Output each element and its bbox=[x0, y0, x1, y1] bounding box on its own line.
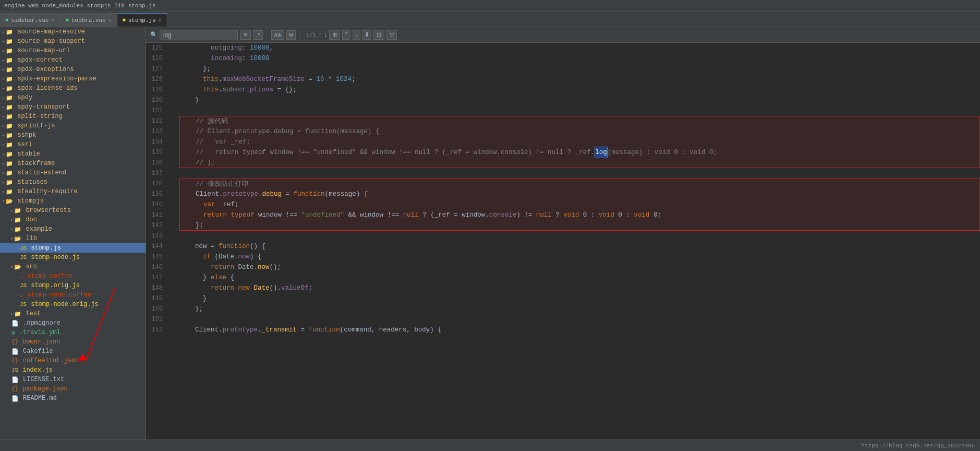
token: function bbox=[219, 241, 250, 252]
folder-arrow[interactable]: ▸ bbox=[2, 114, 5, 120]
search-filter[interactable]: ▽ bbox=[386, 30, 397, 40]
sidebar-item-static-extend[interactable]: ▸📁static-extend bbox=[0, 168, 146, 177]
folder-arrow[interactable]: ▸ bbox=[2, 161, 5, 167]
folder-arrow[interactable]: ▸ bbox=[2, 86, 5, 91]
sidebar-item-sprintf-js[interactable]: ▸📁sprintf-js bbox=[0, 121, 146, 130]
sidebar-item-ssri[interactable]: ▸📁ssri bbox=[0, 140, 146, 149]
file-icon-stomp-node-coffee: ☕ bbox=[20, 292, 23, 299]
sidebar-item-stomp-node-orig-js[interactable]: JSstomp-node.orig.js bbox=[0, 300, 146, 309]
sidebar-item-stomp-orig-js[interactable]: JSstomp.orig.js bbox=[0, 281, 146, 290]
folder-arrow[interactable]: ▸ bbox=[10, 208, 13, 213]
search-next[interactable]: ↓ bbox=[324, 31, 328, 39]
sidebar-item-spdy[interactable]: ▸📁spdy bbox=[0, 93, 146, 102]
sidebar-item-cakefile[interactable]: 📄Cakefile bbox=[0, 347, 146, 356]
sidebar-item-license-txt[interactable]: 📄LICENSE.txt bbox=[0, 375, 146, 384]
sidebar-item-travis-yml[interactable]: ⚙.travis.yml bbox=[0, 328, 146, 337]
line-number-148: 148 bbox=[146, 283, 163, 293]
folder-arrow[interactable]: ▸ bbox=[2, 76, 5, 82]
token: now bbox=[238, 252, 250, 262]
search-clear[interactable]: ✕ bbox=[240, 30, 251, 40]
file-icon-src: 📂 bbox=[14, 264, 21, 270]
folder-arrow[interactable]: ▸ bbox=[2, 189, 5, 195]
file-icon-statuses: 📁 bbox=[6, 179, 13, 186]
token: if bbox=[179, 252, 211, 262]
search-option-w[interactable]: W bbox=[286, 30, 296, 40]
folder-arrow[interactable]: ▸ bbox=[2, 133, 5, 138]
sidebar-item-package-json[interactable]: {}package.json bbox=[0, 384, 146, 394]
sidebar-item-split-string[interactable]: ▸📁split-string bbox=[0, 112, 146, 121]
folder-arrow[interactable]: ▸ bbox=[2, 57, 5, 63]
folder-arrow[interactable]: ▸ bbox=[10, 217, 13, 223]
sidebar-item-coffeelint-json[interactable]: {}coffeelint.json bbox=[0, 356, 146, 365]
folder-arrow[interactable]: ▸ bbox=[2, 151, 5, 157]
sidebar-item-stompjs[interactable]: ▾📂stompjs bbox=[0, 196, 146, 206]
search-prev[interactable]: ↑ bbox=[318, 31, 322, 39]
sidebar-item-stable[interactable]: ▸📁stable bbox=[0, 149, 146, 159]
sidebar-item-stealthy-require[interactable]: ▸📁stealthy-require bbox=[0, 187, 146, 196]
code-line-137 bbox=[179, 168, 980, 179]
sidebar-item-example[interactable]: ▸📁example bbox=[0, 224, 146, 234]
token: outgoing bbox=[179, 43, 242, 53]
sidebar-item-statuses[interactable]: ▸📁statuses bbox=[0, 177, 146, 187]
sidebar-item-spdx-expression-parse[interactable]: ▸📁spdx-expression-parse bbox=[0, 74, 146, 84]
folder-arrow[interactable]: ▸ bbox=[2, 39, 5, 44]
folder-arrow[interactable]: ▸ bbox=[10, 227, 13, 232]
sidebar-item-index-js[interactable]: JSindex.js bbox=[0, 365, 146, 375]
close-icon-stomp[interactable]: ✕ bbox=[159, 17, 162, 23]
tab-topbra[interactable]: ■ topbra.vue ✕ bbox=[61, 13, 117, 27]
sidebar-item-browsertests[interactable]: ▸📁browsertests bbox=[0, 206, 146, 215]
close-icon[interactable]: ✕ bbox=[52, 17, 55, 23]
folder-arrow[interactable]: ▸ bbox=[2, 95, 5, 101]
sidebar-item-source-map-resolve[interactable]: ▸📁source-map-resolve bbox=[0, 27, 146, 37]
tab-stomp[interactable]: ■ stomp.js ✕ bbox=[117, 13, 167, 27]
folder-arrow[interactable]: ▸ bbox=[2, 142, 5, 148]
search-opt3[interactable]: Ⅱ bbox=[362, 30, 371, 40]
sidebar-item-source-map-url[interactable]: ▸📁source-map-url bbox=[0, 46, 146, 55]
sidebar-item-stomp-node-coffee[interactable]: ☕stomp-node.coffee bbox=[0, 290, 146, 300]
search-regex[interactable]: .* bbox=[253, 30, 263, 40]
search-opt4[interactable]: ⊡ bbox=[373, 30, 384, 40]
token: command bbox=[344, 325, 371, 335]
search-opt2[interactable]: ₜ bbox=[353, 30, 360, 40]
sidebar-item-spdx-exceptions[interactable]: ▸📁spdx-exceptions bbox=[0, 65, 146, 74]
sidebar-item-stomp-node-js[interactable]: JSstomp-node.js bbox=[0, 253, 146, 262]
close-icon-topbra[interactable]: ✕ bbox=[108, 17, 112, 23]
search-input[interactable] bbox=[160, 30, 238, 40]
folder-arrow[interactable]: ▸ bbox=[2, 180, 5, 185]
search-option-aa[interactable]: Aa bbox=[271, 30, 284, 40]
sidebar-item-test-folder[interactable]: ▸📁test bbox=[0, 309, 146, 318]
token: Date bbox=[238, 262, 254, 272]
sidebar-item-spdx-license-ids[interactable]: ▸📁spdx-license-ids bbox=[0, 84, 146, 93]
code-line-134: // var _ref; bbox=[179, 137, 980, 147]
folder-arrow[interactable]: ▸ bbox=[2, 48, 5, 54]
folder-arrow[interactable]: ▾ bbox=[10, 264, 13, 270]
sidebar-item-src[interactable]: ▾📂src bbox=[0, 262, 146, 271]
search-sep1: | bbox=[265, 31, 269, 39]
token bbox=[255, 210, 259, 220]
sidebar-item-npmignore[interactable]: 📄.npmignore bbox=[0, 318, 146, 328]
folder-arrow[interactable]: ▸ bbox=[10, 311, 13, 317]
file-icon-spdx-license-ids: 📁 bbox=[6, 85, 13, 92]
sidebar-item-readme-md[interactable]: 📄README.md bbox=[0, 394, 146, 403]
tab-sidebar[interactable]: ■ sidebar.vue ✕ bbox=[0, 13, 61, 27]
sidebar-item-sshpk[interactable]: ▸📁sshpk bbox=[0, 130, 146, 140]
folder-arrow[interactable]: ▸ bbox=[2, 104, 5, 110]
folder-arrow[interactable]: ▾ bbox=[10, 236, 13, 242]
sidebar-item-stomp-coffee[interactable]: ☕stomp.coffee bbox=[0, 271, 146, 281]
search-opt1[interactable]: ᵀ bbox=[342, 30, 350, 40]
line-number-152: 152 bbox=[146, 325, 163, 335]
sidebar-item-spdx-correct[interactable]: ▸📁spdx-correct bbox=[0, 55, 146, 65]
folder-arrow[interactable]: ▸ bbox=[2, 123, 5, 129]
sidebar-item-spdy-transport[interactable]: ▸📁spdy-transport bbox=[0, 102, 146, 112]
search-expand[interactable]: ⊞ bbox=[329, 30, 340, 40]
sidebar-item-stomp-js[interactable]: JSstomp.js bbox=[0, 243, 146, 253]
sidebar-item-stackframe[interactable]: ▸📁stackframe bbox=[0, 159, 146, 168]
sidebar-item-bower-json[interactable]: {}bower.json bbox=[0, 337, 146, 347]
folder-arrow[interactable]: ▸ bbox=[2, 67, 5, 73]
sidebar-item-lib[interactable]: ▾📂lib bbox=[0, 234, 146, 243]
folder-arrow[interactable]: ▸ bbox=[2, 170, 5, 176]
sidebar-item-source-map-support[interactable]: ▸📁source-map-support bbox=[0, 37, 146, 46]
folder-arrow[interactable]: ▸ bbox=[2, 29, 5, 35]
folder-arrow[interactable]: ▾ bbox=[2, 198, 5, 204]
sidebar-item-doc[interactable]: ▸📁doc bbox=[0, 215, 146, 224]
